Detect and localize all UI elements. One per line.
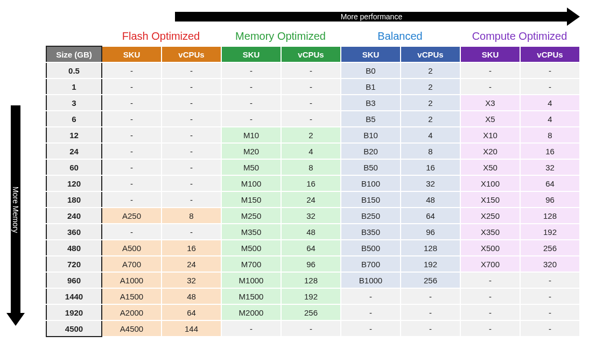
cell-size: 3 — [46, 95, 102, 111]
table-row: 12--M102B104X108 — [46, 127, 580, 143]
cell-compute-sku: X3 — [460, 95, 520, 111]
cell-flash-vcpus: - — [162, 143, 221, 159]
cell-compute-sku: X150 — [460, 191, 520, 208]
cell-flash-vcpus: 16 — [162, 240, 221, 256]
table-header-row: Size (GB) SKU vCPUs SKU vCPUs SKU vCPUs … — [46, 46, 580, 62]
cell-flash-vcpus: - — [162, 191, 221, 208]
cell-balanced-sku: - — [341, 304, 401, 320]
cell-memory-vcpus: 96 — [281, 256, 341, 272]
category-flash: Flash Optimized — [101, 28, 221, 46]
cell-balanced-sku: B250 — [341, 208, 401, 224]
cell-size: 360 — [46, 224, 102, 240]
cell-compute-vcpus: 4 — [520, 111, 580, 127]
cell-size: 720 — [46, 256, 102, 272]
cell-compute-sku: - — [460, 304, 520, 320]
category-balanced: Balanced — [340, 28, 460, 46]
table-row: 60--M508B5016X5032 — [46, 159, 580, 175]
cell-memory-vcpus: - — [281, 111, 341, 127]
cell-memory-sku: - — [221, 95, 281, 111]
arrow-down-icon — [6, 313, 25, 326]
cell-flash-sku: - — [102, 191, 162, 208]
more-memory-axis: More Memory — [6, 105, 25, 326]
cell-balanced-vcpus: 2 — [401, 78, 460, 95]
cell-flash-sku: A700 — [102, 256, 162, 272]
table-row: 6----B52X54 — [46, 111, 580, 127]
more-performance-axis: More performance — [175, 10, 580, 24]
cell-flash-vcpus: 32 — [162, 272, 221, 288]
cell-flash-vcpus: 24 — [162, 256, 221, 272]
cell-balanced-vcpus: 96 — [401, 224, 460, 240]
cell-compute-vcpus: - — [520, 78, 580, 95]
cell-memory-sku: - — [221, 62, 281, 78]
cell-size: 240 — [46, 208, 102, 224]
cell-flash-vcpus: 48 — [162, 288, 221, 304]
cell-memory-sku: - — [221, 78, 281, 95]
cell-balanced-vcpus: 16 — [401, 159, 460, 175]
cell-flash-vcpus: - — [162, 159, 221, 175]
cell-balanced-sku: B10 — [341, 127, 401, 143]
cell-memory-vcpus: 256 — [281, 304, 341, 320]
cell-flash-sku: A1000 — [102, 272, 162, 288]
cell-memory-sku: M10 — [221, 127, 281, 143]
cell-flash-sku: A250 — [102, 208, 162, 224]
table-row: 0.5----B02-- — [46, 62, 580, 78]
cell-memory-sku: M20 — [221, 143, 281, 159]
cell-flash-vcpus: - — [162, 175, 221, 191]
cell-memory-vcpus: - — [281, 78, 341, 95]
table-row: 720A70024M70096B700192X700320 — [46, 256, 580, 272]
cell-memory-vcpus: 128 — [281, 272, 341, 288]
cell-size: 12 — [46, 127, 102, 143]
cell-balanced-sku: B1 — [341, 78, 401, 95]
cell-balanced-sku: B1000 — [341, 272, 401, 288]
cell-flash-vcpus: - — [162, 78, 221, 95]
cell-memory-vcpus: 48 — [281, 224, 341, 240]
cell-memory-vcpus: 64 — [281, 240, 341, 256]
cell-compute-sku: - — [460, 272, 520, 288]
cell-balanced-vcpus: 32 — [401, 175, 460, 191]
cell-balanced-vcpus: - — [401, 320, 460, 337]
cell-memory-sku: M150 — [221, 191, 281, 208]
cell-balanced-sku: - — [341, 288, 401, 304]
cell-flash-vcpus: - — [162, 62, 221, 78]
table-row: 480A50016M50064B500128X500256 — [46, 240, 580, 256]
cell-memory-sku: - — [221, 111, 281, 127]
cell-balanced-vcpus: 2 — [401, 62, 460, 78]
cell-memory-vcpus: - — [281, 95, 341, 111]
header-flash-sku: SKU — [102, 46, 162, 62]
cell-memory-vcpus: 32 — [281, 208, 341, 224]
cell-balanced-vcpus: 128 — [401, 240, 460, 256]
cell-flash-vcpus: - — [162, 127, 221, 143]
cell-memory-vcpus: 2 — [281, 127, 341, 143]
cell-compute-sku: X20 — [460, 143, 520, 159]
cell-compute-vcpus: 8 — [520, 127, 580, 143]
cell-memory-sku: M1500 — [221, 288, 281, 304]
cell-flash-sku: - — [102, 62, 162, 78]
cell-compute-sku: X50 — [460, 159, 520, 175]
cell-memory-vcpus: 16 — [281, 175, 341, 191]
cell-compute-sku: X700 — [460, 256, 520, 272]
cell-memory-vcpus: 24 — [281, 191, 341, 208]
table-row: 3----B32X34 — [46, 95, 580, 111]
cell-balanced-vcpus: 8 — [401, 143, 460, 159]
cell-balanced-vcpus: 64 — [401, 208, 460, 224]
header-memory-sku: SKU — [221, 46, 281, 62]
cell-size: 1 — [46, 78, 102, 95]
cell-compute-vcpus: - — [520, 62, 580, 78]
cell-balanced-sku: B0 — [341, 62, 401, 78]
cell-flash-sku: - — [102, 78, 162, 95]
cell-memory-sku: M350 — [221, 224, 281, 240]
cell-compute-sku: - — [460, 78, 520, 95]
cell-balanced-sku: B350 — [341, 224, 401, 240]
cell-size: 4500 — [46, 320, 102, 337]
table-row: 1----B12-- — [46, 78, 580, 95]
header-balanced-sku: SKU — [341, 46, 401, 62]
cell-compute-sku: - — [460, 62, 520, 78]
cell-size: 0.5 — [46, 62, 102, 78]
table-row: 360--M35048B35096X350192 — [46, 224, 580, 240]
cell-memory-sku: M1000 — [221, 272, 281, 288]
table-row: 120--M10016B10032X10064 — [46, 175, 580, 191]
cell-memory-sku: M500 — [221, 240, 281, 256]
cell-compute-vcpus: - — [520, 320, 580, 337]
cell-compute-sku: - — [460, 288, 520, 304]
cell-flash-vcpus: - — [162, 224, 221, 240]
